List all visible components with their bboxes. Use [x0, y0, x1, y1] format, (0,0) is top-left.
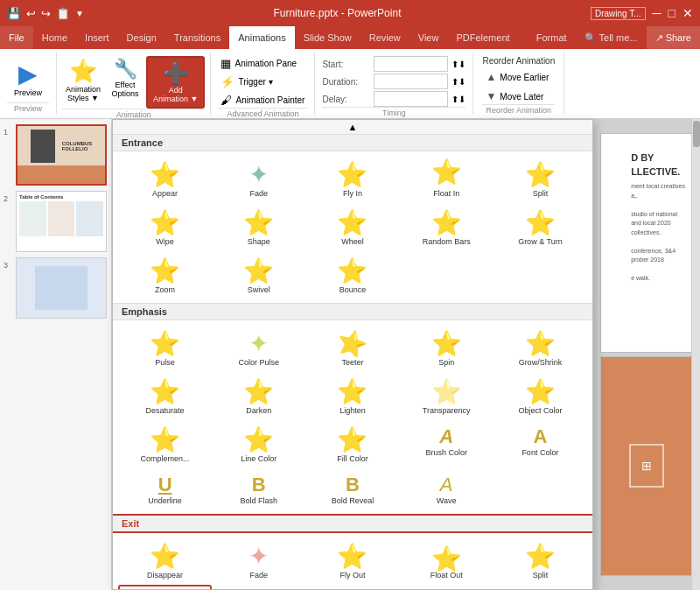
clipboard-icon[interactable]: 📋 — [56, 7, 70, 20]
duration-input[interactable] — [374, 74, 448, 89]
move-earlier-icon: ▲ — [486, 71, 496, 83]
anim-line-color[interactable]: ⭐ Line Color — [212, 420, 305, 468]
slide-preview-2[interactable]: Table of Contents — [16, 191, 107, 252]
slide-thumb-3[interactable]: 3 — [4, 257, 108, 319]
anim-disappear[interactable]: ⭐ Disappear — [118, 537, 212, 585]
anim-pulse[interactable]: ⭐ Pulse — [118, 324, 212, 372]
anim-shape-out[interactable]: ⭐ Shape — [212, 585, 305, 590]
anim-color-pulse[interactable]: ✦ Color Pulse — [212, 324, 305, 372]
tab-review[interactable]: Review — [360, 26, 410, 49]
painter-icon: 🖌 — [220, 94, 232, 107]
redo-icon[interactable]: ↪ — [41, 7, 51, 20]
ribbon-group-animation-label: Animation — [62, 109, 205, 119]
quick-access-toolbar: 💾 ↩ ↪ 📋 ▼ — [7, 7, 84, 20]
share-button[interactable]: ↗ Share — [647, 26, 700, 49]
anim-underline[interactable]: U Underline — [118, 468, 212, 510]
entrance-grid: ⭐ Appear ✦ Fade ⭐ Fly In ⭐ Float In ⭐ Sp… — [113, 151, 592, 303]
anim-swivel[interactable]: ⭐ Swivel — [212, 251, 305, 299]
slide-preview-3[interactable] — [16, 257, 107, 319]
anim-fill-color[interactable]: ⭐ Fill Color — [305, 420, 399, 468]
anim-appear[interactable]: ⭐ Appear — [118, 155, 212, 203]
title-bar: 💾 ↩ ↪ 📋 ▼ Furniture.pptx - PowerPoint Dr… — [0, 0, 700, 26]
restore-icon[interactable]: □ — [668, 6, 676, 20]
start-input[interactable] — [374, 56, 448, 72]
duration-spin[interactable]: ⬆⬇ — [452, 77, 466, 87]
anim-shape[interactable]: ⭐ Shape — [212, 203, 305, 251]
anim-wheel-out[interactable]: ⭐ Wheel — [305, 585, 399, 590]
anim-spin[interactable]: ⭐ Spin — [400, 324, 494, 372]
tab-slideshow[interactable]: Slide Show — [295, 26, 360, 49]
ribbon-group-preview: ▶ Preview Preview — [0, 53, 57, 115]
anim-transparency[interactable]: ⭐ Transparency — [400, 372, 494, 420]
tab-design[interactable]: Design — [118, 26, 165, 49]
ribbon-group-advanced: ▦ Animation Pane ⚡ Trigger ▾ 🖌 Animation… — [211, 53, 315, 115]
move-earlier-button[interactable]: ▲ Move Earlier — [482, 69, 555, 85]
minimize-icon[interactable]: ─ — [653, 6, 662, 20]
anim-float-out[interactable]: ⭐ Float Out — [400, 537, 494, 585]
tell-me[interactable]: 🔍Tell me... — [576, 26, 647, 49]
ribbon-group-preview-label: Preview — [7, 102, 49, 113]
anim-random-bars[interactable]: ⭐ Random Bars — [400, 203, 494, 251]
anim-fly-in[interactable]: ⭐ Fly In — [305, 155, 399, 203]
anim-wipe[interactable]: ⭐ Wipe — [118, 203, 212, 251]
effect-options-button[interactable]: 🔧 EffectOptions — [108, 56, 143, 100]
anim-desaturate[interactable]: ⭐ Desaturate — [118, 372, 212, 420]
tab-format[interactable]: Format — [528, 26, 576, 49]
tab-pdfelement[interactable]: PDFelement — [447, 26, 518, 49]
anim-split[interactable]: ⭐ Split — [494, 155, 587, 203]
anim-bounce[interactable]: ⭐ Bounce — [305, 251, 399, 299]
move-later-button[interactable]: ▼ Move Later — [482, 88, 555, 104]
scrollbar-thumb[interactable] — [693, 121, 700, 147]
anim-bold-flash[interactable]: B Bold Flash — [212, 468, 305, 510]
animation-painter-button[interactable]: 🖌 Animation Painter — [218, 93, 307, 108]
animation-styles-button[interactable]: ⭐ AnimationStyles ▼ — [62, 56, 104, 104]
start-spin[interactable]: ⬆⬇ — [452, 60, 466, 69]
delay-row: Delay: ⬆⬇ — [322, 91, 466, 107]
animation-pane-button[interactable]: ▦ Animation Pane — [218, 56, 307, 71]
anim-grow-shrink[interactable]: ⭐ Grow/Shrink — [494, 324, 587, 372]
tab-animations[interactable]: Animations — [229, 26, 294, 49]
slide-preview-1[interactable]: COLUMBUSFOLLELIO — [16, 124, 107, 186]
tab-file[interactable]: File — [0, 26, 33, 49]
slide-thumb-2[interactable]: 2 Table of Contents — [4, 191, 108, 252]
anim-wheel[interactable]: ⭐ Wheel — [305, 203, 399, 251]
anim-fade[interactable]: ✦ Fade — [212, 155, 305, 203]
tab-home[interactable]: Home — [33, 26, 76, 49]
trigger-button[interactable]: ⚡ Trigger ▾ — [218, 74, 307, 89]
reorder-title: Reorder Animation — [482, 56, 555, 66]
anim-shrink-turn[interactable]: ⭐ Shrink & Tu... — [494, 585, 587, 590]
add-animation-button[interactable]: ➕ AddAnimation ▼ — [146, 56, 205, 109]
anim-fade-out[interactable]: ✦ Fade — [212, 537, 305, 585]
save-icon[interactable]: 💾 — [7, 7, 21, 20]
anim-fly-out[interactable]: ⭐ Fly Out — [305, 537, 399, 585]
anim-split-out[interactable]: ⭐ Split — [494, 537, 587, 585]
ribbon-group-reorder: Reorder Animation ▲ Move Earlier ▼ Move … — [473, 53, 564, 115]
undo-icon[interactable]: ↩ — [26, 7, 36, 20]
anim-grow-turn[interactable]: ⭐ Grow & Turn — [494, 203, 587, 251]
slide-thumb-1[interactable]: 1 COLUMBUSFOLLELIO — [4, 124, 108, 186]
anim-lighten[interactable]: ⭐ Lighten — [305, 372, 399, 420]
anim-darken[interactable]: ⭐ Darken — [212, 372, 305, 420]
canvas-scrollbar[interactable] — [691, 119, 700, 590]
slide-canvas-area: D BYLLECTIVE. ment local creativesa,.stu… — [593, 119, 700, 590]
anim-wipe-out[interactable]: ⭐ Wipe — [118, 585, 212, 590]
tab-transitions[interactable]: Transitions — [165, 26, 229, 49]
tab-insert[interactable]: Insert — [76, 26, 118, 49]
anim-bold-reveal[interactable]: B Bold Reveal — [305, 468, 399, 510]
anim-wave[interactable]: A Wave — [400, 468, 494, 510]
scroll-up-button[interactable]: ▲ — [113, 120, 592, 135]
delay-input[interactable] — [374, 91, 448, 107]
delay-spin[interactable]: ⬆⬇ — [452, 95, 466, 104]
dropdown-icon[interactable]: ▼ — [75, 9, 84, 18]
anim-zoom[interactable]: ⭐ Zoom — [118, 251, 212, 299]
tab-view[interactable]: View — [410, 26, 448, 49]
anim-object-color[interactable]: ⭐ Object Color — [494, 372, 587, 420]
anim-teeter[interactable]: ⭐ Teeter — [305, 324, 399, 372]
anim-float-in[interactable]: ⭐ Float In — [400, 155, 494, 203]
anim-brush-color[interactable]: A Brush Color — [400, 420, 494, 468]
anim-complement[interactable]: ⭐ Complemen... — [118, 420, 212, 468]
anim-random-bars-out[interactable]: ⭐ Random Bars — [400, 585, 494, 590]
close-icon[interactable]: ✕ — [682, 6, 693, 20]
preview-button[interactable]: ▶ Preview — [7, 58, 49, 99]
anim-font-color[interactable]: A Font Color — [494, 420, 587, 468]
